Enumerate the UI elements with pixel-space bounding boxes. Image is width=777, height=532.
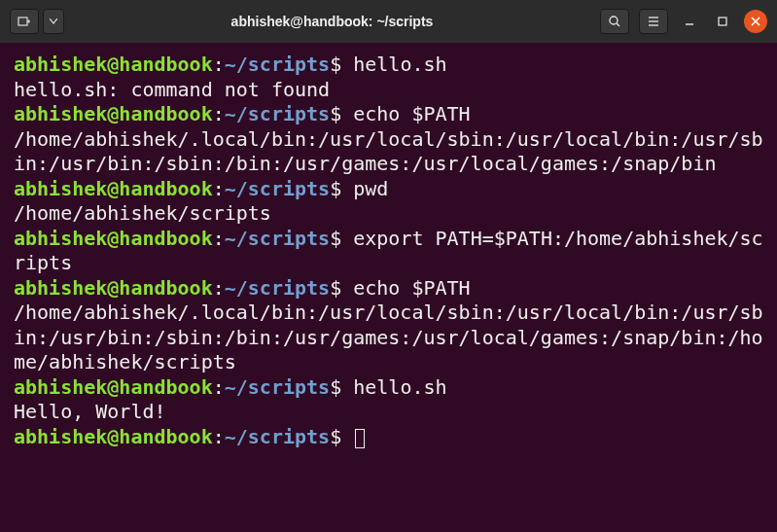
output-text: /home/abhishek/.local/bin:/usr/local/sbi… <box>14 301 763 373</box>
prompt-path: ~/scripts <box>225 177 330 200</box>
search-button[interactable] <box>600 9 629 34</box>
prompt-path: ~/scripts <box>225 276 330 300</box>
prompt-dollar: $ <box>330 276 353 300</box>
titlebar-left <box>10 9 64 34</box>
command-text: echo $PATH <box>353 276 470 300</box>
command-text: echo $PATH <box>353 102 470 125</box>
prompt-user: abhishek@handbook <box>14 53 213 76</box>
hamburger-icon <box>647 15 660 28</box>
svg-rect-9 <box>719 18 726 25</box>
prompt-user: abhishek@handbook <box>14 276 213 300</box>
output-text: hello.sh: command not found <box>14 78 330 101</box>
terminal-body[interactable]: abhishek@handbook:~/scripts$ hello.shhel… <box>0 43 777 532</box>
minimize-icon <box>684 16 695 27</box>
maximize-icon <box>717 16 728 27</box>
terminal-line: abhishek@handbook:~/scripts$ hello.sh <box>14 53 763 78</box>
prompt-colon: : <box>213 102 225 125</box>
titlebar-right <box>600 9 767 34</box>
terminal-line: abhishek@handbook:~/scripts$ <box>14 425 763 450</box>
output-text: Hello, World! <box>14 400 166 423</box>
window-title: abhishek@handbook: ~/scripts <box>70 14 594 29</box>
prompt-dollar: $ <box>330 53 353 76</box>
prompt-path: ~/scripts <box>225 375 330 399</box>
command-text: hello.sh <box>353 375 446 399</box>
output-text: /home/abhishek/scripts <box>14 201 271 225</box>
svg-point-3 <box>610 17 618 24</box>
svg-line-4 <box>617 23 619 26</box>
new-tab-icon <box>18 15 31 28</box>
minimize-button[interactable] <box>678 10 701 33</box>
prompt-path: ~/scripts <box>225 102 330 125</box>
prompt-path: ~/scripts <box>225 425 330 448</box>
menu-dropdown-button[interactable] <box>43 9 64 34</box>
hamburger-menu-button[interactable] <box>639 9 668 34</box>
prompt-user: abhishek@handbook <box>14 425 213 448</box>
terminal-line: abhishek@handbook:~/scripts$ pwd <box>14 177 763 202</box>
svg-rect-0 <box>18 18 27 25</box>
prompt-user: abhishek@handbook <box>14 177 213 200</box>
terminal-line: abhishek@handbook:~/scripts$ hello.sh <box>14 375 763 401</box>
terminal-line: abhishek@handbook:~/scripts$ echo $PATH <box>14 276 763 301</box>
terminal-line: Hello, World! <box>14 400 763 425</box>
terminal-line: hello.sh: command not found <box>14 78 763 103</box>
chevron-down-icon <box>50 18 57 24</box>
prompt-path: ~/scripts <box>225 227 330 250</box>
terminal-line: abhishek@handbook:~/scripts$ export PATH… <box>14 227 763 276</box>
prompt-colon: : <box>213 177 225 200</box>
terminal-window: abhishek@handbook: ~/scripts <box>0 0 777 532</box>
command-text: hello.sh <box>353 53 446 76</box>
prompt-colon: : <box>213 375 225 399</box>
close-icon <box>750 16 761 27</box>
close-button[interactable] <box>744 10 767 33</box>
maximize-button[interactable] <box>711 10 734 33</box>
prompt-dollar: $ <box>330 375 353 399</box>
terminal-line: abhishek@handbook:~/scripts$ echo $PATH <box>14 102 763 127</box>
prompt-colon: : <box>213 276 225 300</box>
cursor <box>355 429 365 448</box>
prompt-path: ~/scripts <box>225 53 330 76</box>
prompt-dollar: $ <box>330 177 353 200</box>
prompt-user: abhishek@handbook <box>14 227 213 250</box>
command-text: pwd <box>353 177 388 200</box>
prompt-dollar: $ <box>330 425 353 448</box>
search-icon <box>608 15 621 28</box>
titlebar: abhishek@handbook: ~/scripts <box>0 0 777 43</box>
prompt-colon: : <box>213 227 225 250</box>
prompt-user: abhishek@handbook <box>14 102 213 125</box>
prompt-dollar: $ <box>330 227 353 250</box>
prompt-dollar: $ <box>330 102 353 125</box>
output-text: /home/abhishek/.local/bin:/usr/local/sbi… <box>14 127 763 176</box>
prompt-user: abhishek@handbook <box>14 375 213 399</box>
prompt-colon: : <box>213 425 225 448</box>
new-tab-button[interactable] <box>10 9 39 34</box>
terminal-line: /home/abhishek/.local/bin:/usr/local/sbi… <box>14 127 763 177</box>
terminal-line: /home/abhishek/scripts <box>14 201 763 227</box>
terminal-line: /home/abhishek/.local/bin:/usr/local/sbi… <box>14 301 763 375</box>
prompt-colon: : <box>213 53 225 76</box>
